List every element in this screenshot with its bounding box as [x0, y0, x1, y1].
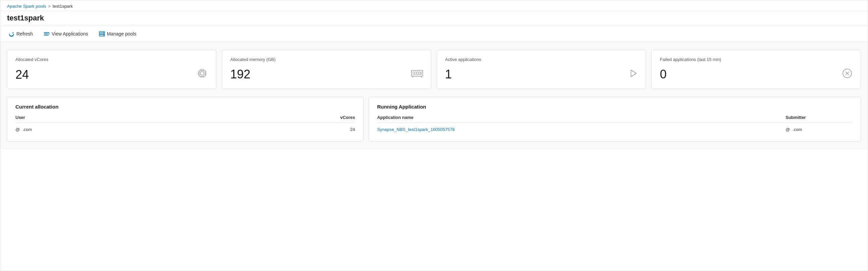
- allocation-col-vcores: vCores: [315, 115, 355, 120]
- metric-label-vcores: Allocated vCores: [16, 57, 208, 62]
- view-applications-icon: [43, 31, 50, 37]
- svg-rect-26: [417, 72, 418, 75]
- breadcrumb-separator: >: [48, 4, 51, 9]
- svg-point-6: [103, 32, 104, 33]
- memory-icon: [411, 69, 423, 80]
- cpu-icon: [196, 67, 208, 82]
- metric-value-failed: 0: [660, 67, 666, 81]
- metric-card-active: Active applications 1: [437, 50, 646, 89]
- current-allocation-section: Current allocation User vCores @ .com 24: [7, 97, 364, 142]
- svg-rect-1: [44, 34, 48, 34]
- running-application-section: Running Application Application name Sub…: [369, 97, 861, 142]
- svg-rect-27: [419, 72, 420, 75]
- allocation-user-domain: .com: [23, 127, 32, 132]
- metric-cards: Allocated vCores 24: [7, 50, 861, 89]
- table-row: @ .com 24: [16, 124, 355, 135]
- list-item: Synapse_NBS_test1spark_1605057578 @ .com: [377, 124, 852, 135]
- play-icon: [628, 69, 638, 80]
- metric-card-memory: Allocated memory (GB) 192: [222, 50, 432, 89]
- running-application-title: Running Application: [377, 104, 852, 109]
- app-col-name: Application name: [377, 115, 785, 120]
- page-wrapper: Apache Spark pools > test1spark test1spa…: [0, 0, 868, 271]
- app-name-cell: Synapse_NBS_test1spark_1605057578: [377, 127, 785, 132]
- app-table-header: Application name Submitter: [377, 115, 852, 123]
- svg-rect-24: [413, 72, 414, 75]
- refresh-icon: [8, 31, 14, 37]
- submitter-domain: .com: [793, 127, 802, 132]
- submitter-at: @: [785, 127, 790, 132]
- manage-pools-icon: [99, 31, 105, 37]
- svg-point-8: [103, 35, 104, 36]
- main-content: Allocated vCores 24: [0, 42, 868, 150]
- metric-value-row-active: 1: [445, 67, 638, 81]
- refresh-button[interactable]: Refresh: [7, 30, 34, 38]
- svg-rect-0: [44, 32, 49, 33]
- page-title: test1spark: [7, 14, 861, 23]
- metric-card-vcores: Allocated vCores 24: [7, 50, 217, 89]
- svg-rect-23: [411, 70, 423, 76]
- allocation-user-at: @: [16, 127, 20, 132]
- metric-label-memory: Allocated memory (GB): [230, 57, 423, 62]
- svg-rect-25: [415, 72, 416, 75]
- failed-icon: [842, 68, 852, 81]
- app-submitter-cell: @ .com: [785, 127, 852, 132]
- metric-value-memory: 192: [230, 67, 250, 81]
- current-allocation-title: Current allocation: [16, 104, 355, 109]
- svg-rect-9: [199, 70, 205, 76]
- svg-marker-31: [631, 70, 636, 77]
- view-applications-label: View Applications: [52, 31, 88, 36]
- svg-rect-28: [421, 72, 422, 75]
- breadcrumb-current: test1spark: [53, 4, 73, 9]
- breadcrumb-parent-link[interactable]: Apache Spark pools: [7, 4, 46, 9]
- refresh-label: Refresh: [17, 31, 33, 36]
- breadcrumb: Apache Spark pools > test1spark: [7, 4, 861, 9]
- metric-value-active: 1: [445, 67, 452, 81]
- metric-value-row-failed: 0: [660, 67, 852, 81]
- page-title-bar: test1spark: [0, 11, 868, 26]
- svg-rect-10: [200, 72, 204, 75]
- sections-row: Current allocation User vCores @ .com 24…: [7, 97, 861, 142]
- allocation-vcores-cell: 24: [315, 127, 355, 132]
- metric-card-failed: Failed applications (last 15 min) 0: [651, 50, 861, 89]
- allocation-col-user: User: [16, 115, 315, 120]
- manage-pools-label: Manage pools: [107, 31, 136, 36]
- metric-value-row-vcores: 24: [16, 67, 208, 82]
- metric-value-row-memory: 192: [230, 67, 423, 81]
- breadcrumb-bar: Apache Spark pools > test1spark: [0, 0, 868, 11]
- app-col-submitter: Submitter: [785, 115, 852, 120]
- metric-label-failed: Failed applications (last 15 min): [660, 57, 852, 62]
- allocation-user-cell: @ .com: [16, 127, 315, 132]
- manage-pools-button[interactable]: Manage pools: [98, 30, 138, 38]
- metric-label-active: Active applications: [445, 57, 638, 62]
- svg-rect-2: [44, 35, 49, 35]
- allocation-table-header: User vCores: [16, 115, 355, 123]
- svg-point-7: [103, 34, 104, 34]
- metric-value-vcores: 24: [16, 68, 29, 82]
- app-name-link[interactable]: Synapse_NBS_test1spark_1605057578: [377, 127, 455, 132]
- view-applications-button[interactable]: View Applications: [42, 30, 90, 38]
- toolbar: Refresh View Applications: [0, 26, 868, 42]
